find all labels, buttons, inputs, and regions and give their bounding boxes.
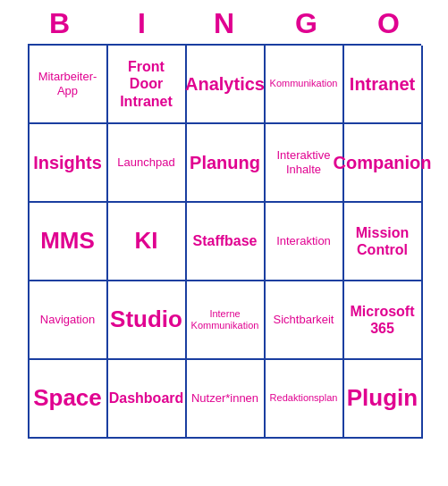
- cell-label: Mission Control: [348, 224, 418, 258]
- bingo-cell: Front Door Intranet: [108, 46, 187, 124]
- bingo-cell: Interaktion: [266, 203, 344, 281]
- cell-label: Plugin: [347, 384, 418, 412]
- cell-label: Studio: [110, 306, 182, 333]
- bingo-cell: MMS: [30, 203, 108, 281]
- bingo-cell: Mitarbeiter-App: [30, 46, 108, 124]
- cell-label: Planung: [190, 152, 260, 173]
- bingo-cell: Interaktive Inhalte: [266, 124, 344, 203]
- bingo-cell: Redaktionsplan: [266, 360, 344, 439]
- cell-label: Launchpad: [117, 155, 174, 170]
- cell-label: Navigation: [40, 313, 95, 327]
- bingo-cell: Staffbase: [187, 203, 266, 281]
- cell-label: KI: [135, 227, 158, 255]
- bingo-cell: Sichtbarkeit: [266, 281, 344, 360]
- bingo-cell: Planung: [187, 124, 266, 203]
- bingo-cell: Companion: [344, 124, 423, 203]
- bingo-cell: Dashboard: [108, 360, 187, 439]
- cell-label: Mitarbeiter-App: [33, 70, 103, 97]
- bingo-letter: G: [271, 7, 342, 40]
- bingo-cell: Analytics: [187, 46, 266, 124]
- bingo-cell: Plugin: [344, 360, 423, 439]
- bingo-letter: I: [106, 7, 178, 40]
- cell-label: Analytics: [185, 73, 265, 95]
- bingo-cell: Intranet: [344, 46, 423, 124]
- cell-label: Insights: [33, 152, 102, 173]
- bingo-cell: Microsoft 365: [344, 281, 423, 360]
- bingo-cell: Kommunikation: [266, 46, 344, 124]
- cell-label: Microsoft 365: [348, 303, 418, 337]
- cell-label: Space: [33, 384, 102, 412]
- bingo-letter: B: [24, 7, 96, 40]
- bingo-cell: KI: [108, 203, 187, 281]
- cell-label: Interaktive Inhalte: [269, 148, 339, 176]
- bingo-cell: Studio: [108, 281, 187, 360]
- cell-label: MMS: [40, 227, 95, 255]
- bingo-header: BINGO: [19, 0, 430, 44]
- cell-label: Interaktion: [276, 234, 331, 248]
- cell-label: Front Door Intranet: [112, 58, 182, 110]
- cell-label: Sichtbarkeit: [274, 313, 334, 327]
- bingo-cell: Insights: [30, 124, 108, 203]
- cell-label: Dashboard: [109, 390, 184, 406]
- bingo-letter: O: [353, 7, 425, 40]
- bingo-cell: Interne Kommunikation: [187, 281, 266, 360]
- cell-label: Companion: [334, 152, 432, 173]
- bingo-cell: Navigation: [30, 281, 108, 360]
- cell-label: Interne Kommunikation: [190, 308, 260, 331]
- cell-label: Nutzer*innen: [191, 391, 258, 406]
- bingo-cell: Mission Control: [344, 203, 423, 281]
- bingo-cell: Launchpad: [108, 124, 187, 203]
- bingo-cell: Space: [30, 360, 108, 439]
- bingo-cell: Nutzer*innen: [187, 360, 266, 439]
- bingo-letter: N: [189, 7, 260, 40]
- cell-label: Kommunikation: [270, 78, 338, 89]
- cell-label: Staffbase: [192, 232, 257, 249]
- cell-label: Redaktionsplan: [270, 392, 338, 404]
- cell-label: Intranet: [350, 73, 415, 95]
- bingo-grid: Mitarbeiter-AppFront Door IntranetAnalyt…: [28, 44, 421, 439]
